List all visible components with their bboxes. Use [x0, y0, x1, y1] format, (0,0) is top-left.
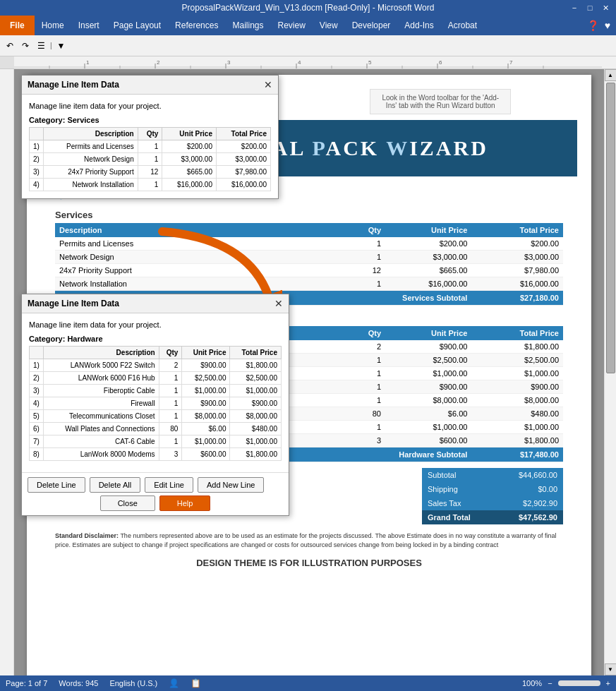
scroll-thumb[interactable]	[606, 83, 615, 373]
dialog-table-row: 4) Firewall 1 $900.00 $900.00	[30, 397, 282, 410]
cell: Network Installation	[55, 277, 334, 291]
cell: 1	[159, 385, 182, 397]
cell: $8,000.00	[385, 394, 471, 407]
cell: Fiberoptic Cable	[44, 385, 159, 397]
dialog-hardware: Manage Line Item Data ✕ Manage line item…	[21, 294, 289, 516]
toolbar-separator: |	[50, 42, 52, 49]
cell: 80	[334, 407, 385, 421]
developer-menu[interactable]: Developer	[345, 16, 398, 35]
cell: $3,000.00	[216, 153, 270, 166]
quick-access-btn[interactable]: ▼	[54, 39, 69, 53]
close-button[interactable]: ✕	[598, 1, 613, 14]
table-row: Network Design 1 $3,000.00 $3,000.00	[55, 251, 563, 264]
insert-menu[interactable]: Insert	[71, 16, 107, 35]
dialog-buttons-row1: Delete Line Delete All Edit Line Add New…	[22, 472, 289, 494]
cell: $3,000.00	[162, 153, 217, 166]
svg-text:7: 7	[509, 59, 513, 66]
scroll-up-button[interactable]: ▲	[605, 69, 617, 81]
zoom-slider[interactable]	[558, 680, 600, 686]
dialog-table-row: 4) Network Installation 1 $16,000.00 $16…	[30, 179, 271, 191]
redo-button[interactable]: ↷	[18, 39, 32, 53]
view-menu[interactable]: View	[313, 16, 345, 35]
add-new-line-button[interactable]: Add New Line	[198, 477, 265, 493]
cell: 2)	[30, 372, 44, 385]
acrobat-menu[interactable]: Acrobat	[441, 16, 484, 35]
status-icon-3: −	[548, 679, 552, 687]
scroll-down-button[interactable]: ▼	[605, 663, 617, 675]
cell: $16,000.00	[471, 277, 563, 291]
cell: $2,500.00	[230, 372, 282, 385]
cell: LanWork 8000 Modems	[44, 448, 159, 461]
cell: 2)	[30, 153, 44, 166]
col-desc: Description	[44, 128, 138, 140]
cell: Network Installation	[44, 179, 138, 191]
cell: Wall Plates and Connections	[44, 423, 159, 435]
dialog-services-table: Description Qty Unit Price Total Price 1…	[29, 127, 271, 191]
cell: LANWork 5000 F22 Switch	[44, 359, 159, 372]
minimize-button[interactable]: −	[567, 1, 582, 14]
hardware-subtotal-value: $17,480.00	[471, 447, 563, 462]
table-row: 24x7 Priority Support 12 $665.00 $7,980.…	[55, 264, 563, 277]
svg-text:6: 6	[439, 59, 442, 66]
toolbar-more[interactable]: ☰	[34, 39, 49, 53]
shipping-label: Shipping	[422, 482, 495, 496]
dialog-services: Manage Line Item Data ✕ Manage line item…	[21, 75, 279, 199]
title-bar: ProposalPackWizard_Win_V13.docm [Read-On…	[0, 0, 616, 16]
cell: $8,000.00	[230, 410, 282, 423]
references-menu[interactable]: References	[168, 16, 225, 35]
subtotal-label: Subtotal	[422, 468, 495, 482]
cell: Permits and Licenses	[55, 237, 334, 251]
salestax-label: Sales Tax	[422, 496, 495, 510]
cell: $900.00	[385, 340, 471, 354]
dialog-hardware-title: Manage Line Item Data	[28, 299, 119, 308]
col-total: Total Price	[216, 128, 270, 140]
cell: $16,000.00	[162, 179, 217, 191]
toolbar: ↶ ↷ ☰ | ▼	[0, 35, 616, 56]
shipping-value: $0.00	[495, 482, 563, 496]
dialog-hardware-close[interactable]: ✕	[274, 298, 283, 309]
review-menu[interactable]: Review	[270, 16, 312, 35]
dialog-hardware-subtitle: Manage line item data for your project.	[29, 320, 282, 329]
cell: $665.00	[162, 166, 217, 179]
help-button[interactable]: Help	[159, 495, 211, 511]
dialog-table-row: 5) Telecommunications Closet 1 $8,000.00…	[30, 410, 282, 423]
cell: 3	[159, 448, 182, 461]
dialog-table-row: 1) Permits and Licenses 1 $200.00 $200.0…	[30, 140, 271, 153]
dialog-table-row: 3) 24x7 Priority Support 12 $665.00 $7,9…	[30, 166, 271, 179]
delete-all-button[interactable]: Delete All	[90, 477, 140, 493]
cell: 5)	[30, 410, 44, 423]
home-menu[interactable]: Home	[35, 16, 71, 35]
edit-line-button[interactable]: Edit Line	[145, 477, 193, 493]
cell: 1	[334, 367, 385, 380]
svg-text:2: 2	[157, 59, 160, 66]
cell: $6.00	[385, 407, 471, 421]
cell: $900.00	[230, 397, 282, 410]
file-menu[interactable]: File	[0, 16, 35, 35]
cell: 6)	[30, 423, 44, 435]
dialog-table-row: 2) Network Design 1 $3,000.00 $3,000.00	[30, 153, 271, 166]
restore-button[interactable]: □	[582, 1, 598, 14]
close-button[interactable]: Close	[100, 495, 155, 511]
dialog-table-row: 7) CAT-6 Cable 1 $1,000.00 $1,000.00	[30, 435, 282, 448]
design-theme-note: DESIGN THEME IS FOR ILLUSTRATION PURPOSE…	[55, 558, 563, 568]
col-qty: Qty	[159, 347, 182, 359]
language: English (U.S.)	[109, 679, 157, 687]
page-layout-menu[interactable]: Page Layout	[107, 16, 168, 35]
heart-icon[interactable]: ♥	[605, 20, 610, 31]
help-icon[interactable]: ❓	[587, 20, 599, 31]
cell: 8)	[30, 448, 44, 461]
totals-table: Subtotal $44,660.00 Shipping $0.00 Sales…	[422, 468, 563, 524]
cell: 1	[159, 435, 182, 448]
svg-text:4: 4	[298, 59, 301, 66]
addins-menu[interactable]: Add-Ins	[397, 16, 440, 35]
delete-line-button[interactable]: Delete Line	[28, 477, 85, 493]
dialog-services-close[interactable]: ✕	[264, 79, 272, 90]
undo-button[interactable]: ↶	[3, 39, 17, 53]
menu-bar-right: ❓ ♥	[587, 16, 616, 35]
cell: $200.00	[471, 237, 563, 251]
cell: $1,000.00	[182, 435, 230, 448]
shipping-row: Shipping $0.00	[422, 482, 563, 496]
page-count: Page: 1 of 7	[6, 679, 47, 687]
mailings-menu[interactable]: Mailings	[225, 16, 270, 35]
cell: Firewall	[44, 397, 159, 410]
